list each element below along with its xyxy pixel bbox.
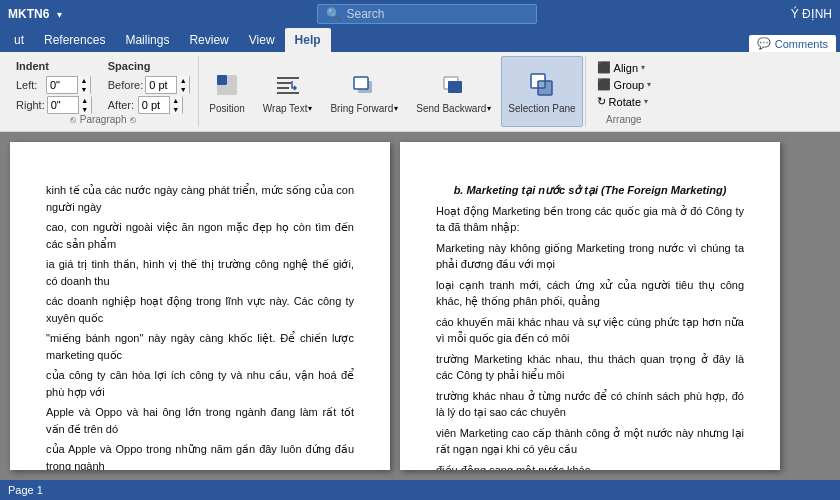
tab-review[interactable]: Review — [179, 28, 238, 52]
position-icon — [211, 69, 243, 101]
rotate-dropdown-icon: ▾ — [644, 97, 648, 106]
svg-rect-6 — [277, 87, 289, 89]
group-label: Group — [614, 79, 645, 91]
title-bar: MKTN6 ▾ 🔍 Ý ĐỊNH — [0, 0, 840, 28]
svg-rect-9 — [354, 77, 368, 89]
page-number: Page 1 — [8, 484, 43, 496]
spacing-after-spinner[interactable]: ▲ ▼ — [169, 96, 182, 114]
svg-rect-0 — [217, 75, 227, 85]
bring-forward-icon — [348, 69, 380, 101]
comments-label: Comments — [775, 38, 828, 50]
right-line-3: loại cạnh tranh mới, cách ứng xử của ngư… — [436, 277, 744, 310]
spacing-after-row: After: 0 pt ▲ ▼ — [108, 96, 190, 114]
title-bar-left: MKTN6 ▾ — [8, 7, 62, 21]
align-button[interactable]: ⬛ Align ▾ — [594, 60, 655, 75]
indent-right-down[interactable]: ▼ — [79, 105, 91, 114]
tab-view[interactable]: View — [239, 28, 285, 52]
spacing-before-down[interactable]: ▼ — [177, 85, 189, 94]
selection-pane-button[interactable]: Selection Pane — [501, 56, 582, 127]
spacing-before-up[interactable]: ▲ — [177, 76, 189, 85]
app-name: MKTN6 — [8, 7, 49, 21]
svg-rect-2 — [217, 85, 227, 95]
indent-right-label: Right: — [16, 99, 45, 111]
right-line-8: điều động sang một nước khác. — [436, 462, 744, 471]
indent-right-spinner[interactable]: ▲ ▼ — [78, 96, 91, 114]
svg-rect-11 — [448, 81, 462, 93]
paragraph-expand-icon[interactable]: ⎋ — [70, 114, 76, 125]
indent-left-down[interactable]: ▼ — [78, 85, 90, 94]
rotate-button[interactable]: ↻ Rotate ▾ — [594, 94, 655, 109]
indent-group: Indent Left: 0" ▲ ▼ Right: — [16, 60, 92, 114]
tab-ut[interactable]: ut — [4, 28, 34, 52]
send-backward-label-container: Send Backward ▾ — [416, 103, 491, 114]
left-line-4: các doanh nghiệp hoạt động trong lĩnh vự… — [46, 293, 354, 326]
wrap-text-label: Wrap Text — [263, 103, 308, 114]
group-icon: ⬛ — [597, 78, 611, 91]
align-dropdown-icon: ▾ — [641, 63, 645, 72]
document-area: kinh tế của các nước ngày càng phát triể… — [0, 132, 840, 480]
right-line-6: trường khác nhau ở từng nước để có chính… — [436, 388, 744, 421]
right-line-5: trường Marketing khác nhau, thu thách qu… — [436, 351, 744, 384]
right-page-content: b. Marketing tại nước sở tại (The Foreig… — [436, 182, 744, 470]
group-button[interactable]: ⬛ Group ▾ — [594, 77, 655, 92]
arrange-label: Arrange — [594, 114, 655, 127]
wrap-text-button[interactable]: Wrap Text ▾ — [255, 56, 321, 127]
indent-left-input[interactable]: 0" ▲ ▼ — [46, 76, 91, 94]
tab-help[interactable]: Help — [285, 28, 331, 52]
paragraph-label: ⎋ Paragraph ⎋ — [16, 114, 190, 127]
search-input[interactable] — [347, 7, 527, 21]
svg-rect-7 — [277, 92, 299, 94]
spacing-after-value: 0 pt — [139, 99, 169, 111]
indent-right-row: Right: 0" ▲ ▼ — [16, 96, 92, 114]
svg-rect-5 — [277, 82, 291, 84]
position-label: Position — [209, 103, 245, 114]
spacing-after-down[interactable]: ▼ — [170, 105, 182, 114]
tab-references[interactable]: References — [34, 28, 115, 52]
group-dropdown-icon: ▾ — [647, 80, 651, 89]
indent-left-row: Left: 0" ▲ ▼ — [16, 76, 92, 94]
spacing-group: Spacing Before: 0 pt ▲ ▼ After: — [108, 60, 190, 114]
send-backward-label: Send Backward — [416, 103, 486, 114]
selection-pane-label: Selection Pane — [508, 103, 575, 114]
bring-forward-chevron: ▾ — [394, 104, 398, 113]
indent-right-input[interactable]: 0" ▲ ▼ — [47, 96, 92, 114]
svg-rect-3 — [227, 85, 237, 95]
left-line-3: ia giá trị tinh thần, hình vị thế thị tr… — [46, 256, 354, 289]
spacing-label: Spacing — [108, 60, 190, 72]
wrap-text-chevron: ▾ — [308, 104, 312, 113]
right-line-7: viên Marketing cao cấp thành công ở một … — [436, 425, 744, 458]
left-line-5: "miếng bánh ngon" này ngày càng khốc liệ… — [46, 330, 354, 363]
right-line-2: Marketing này không giống Marketing tron… — [436, 240, 744, 273]
left-line-7: Apple và Oppo và hai ông lớn trong ngành… — [46, 404, 354, 437]
left-page-content: kinh tế của các nước ngày càng phát triể… — [46, 182, 354, 470]
left-line-2: cao, con người ngoài việc ăn ngon mặc đẹ… — [46, 219, 354, 252]
paragraph-section: Indent Left: 0" ▲ ▼ Right: — [8, 56, 199, 127]
ribbon: Indent Left: 0" ▲ ▼ Right: — [0, 52, 840, 132]
indent-left-label: Left: — [16, 79, 44, 91]
right-line-4: cáo khuyến mãi khác nhau và sự việc cúng… — [436, 314, 744, 347]
spacing-before-spinner[interactable]: ▲ ▼ — [176, 76, 189, 94]
username: Ý ĐỊNH — [791, 7, 832, 21]
spacing-before-label: Before: — [108, 79, 143, 91]
tab-mailings[interactable]: Mailings — [115, 28, 179, 52]
spacing-after-input[interactable]: 0 pt ▲ ▼ — [138, 96, 183, 114]
send-backward-button[interactable]: Send Backward ▾ — [408, 56, 499, 127]
comments-button[interactable]: 💬 Comments — [749, 35, 836, 52]
spacing-before-value: 0 pt — [146, 79, 176, 91]
svg-rect-13 — [538, 81, 552, 95]
left-line-8: của Apple và Oppo trong những năm gần đâ… — [46, 441, 354, 470]
indent-right-up[interactable]: ▲ — [79, 96, 91, 105]
indent-left-up[interactable]: ▲ — [78, 76, 90, 85]
spacing-after-up[interactable]: ▲ — [170, 96, 182, 105]
left-page: kinh tế của các nước ngày càng phát triể… — [10, 142, 390, 470]
search-box[interactable]: 🔍 — [317, 4, 537, 24]
position-button[interactable]: Position — [201, 56, 253, 127]
indent-label: Indent — [16, 60, 92, 72]
paragraph-settings-icon[interactable]: ⎋ — [130, 114, 136, 125]
left-line-1: kinh tế của các nước ngày càng phát triể… — [46, 182, 354, 215]
indent-left-spinner[interactable]: ▲ ▼ — [77, 76, 90, 94]
spacing-before-input[interactable]: 0 pt ▲ ▼ — [145, 76, 190, 94]
bring-forward-button[interactable]: Bring Forward ▾ — [322, 56, 406, 127]
arrange-section: ⬛ Align ▾ ⬛ Group ▾ ↻ Rotate ▾ Arrange — [585, 56, 663, 127]
right-line-1: Hoạt động Marketing bền trong các quốc g… — [436, 203, 744, 236]
